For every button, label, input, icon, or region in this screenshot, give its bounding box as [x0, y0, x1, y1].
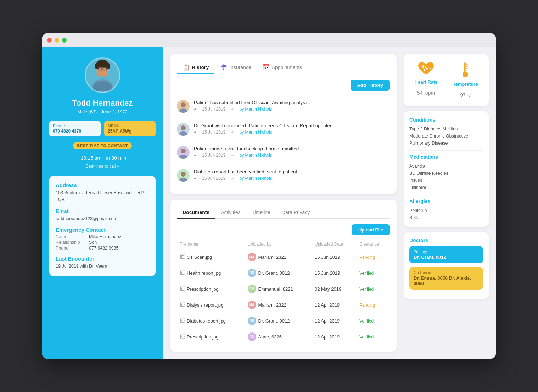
status-badge: Pending — [359, 303, 375, 308]
divider2 — [409, 195, 483, 195]
file-icon: 🖼 — [180, 302, 185, 308]
tab-insurance[interactable]: ☂️ Insurance — [214, 61, 257, 74]
history-dot1: ● — [194, 176, 196, 181]
tab-timeline[interactable]: Timeline — [246, 207, 276, 219]
emer-rel-label: Relationship — [56, 240, 88, 245]
best-call-text[interactable]: Best time to call ▾ — [86, 164, 119, 169]
col-uploader: Uploaded by — [245, 240, 312, 249]
time-display: 10:15 am in 30 min — [79, 151, 126, 162]
divider1 — [409, 150, 483, 151]
allergies-title: Allergies — [409, 198, 483, 204]
mrn-label: MRN# — [108, 124, 152, 128]
table-row: 🖼 CT Scan.jpg MA Mariam, 2322 15 Jun 201… — [177, 249, 390, 265]
table-row: 🖼 Diabetes report.jpg DR Dr. Grant, 0012… — [177, 313, 390, 329]
best-time-badge: BEST TIME TO CONTACT — [73, 142, 132, 149]
history-text: Diabetes report has been verified, sent … — [194, 169, 390, 181]
tab-history[interactable]: 📋 History — [177, 61, 214, 74]
history-item: Diabetes report has been verified, sent … — [177, 164, 390, 187]
health-info-card: Conditions Type 2 Diabetes MellitusModer… — [404, 111, 489, 227]
allergy-item: Penicillin — [409, 207, 483, 214]
upload-file-button[interactable]: Upload File — [352, 224, 390, 235]
history-card: 📋 History ☂️ Insurance 📅 Appointments Ad… — [170, 54, 397, 194]
date-cell: 12 Apr 2019 — [312, 297, 357, 313]
table-row: 🖼 Prescription.jpg AN Anne, 6326 12 Apr … — [177, 329, 390, 345]
svg-point-14 — [179, 131, 187, 136]
main-tab-bar: 📋 History ☂️ Insurance 📅 Appointments — [177, 61, 390, 74]
history-message: Dr. Grant visit concluded. Patient needs… — [194, 123, 390, 128]
history-meta: ● 15 Jun 2019 ● by Martin Nichols — [194, 107, 390, 112]
svg-point-12 — [179, 108, 187, 113]
address-value: 103 Souterhead Road Lower Boscawell TR19… — [56, 190, 149, 203]
time-in: in 30 min — [106, 155, 126, 161]
avatar — [85, 57, 120, 93]
condition-item: Type 2 Diabetes Mellitus — [409, 125, 483, 133]
history-dot2: ● — [231, 107, 234, 112]
close-btn[interactable] — [47, 38, 52, 43]
history-avatar — [177, 123, 190, 136]
date-cell: 15 Jun 2019 — [312, 249, 357, 265]
temp-unit: c — [468, 92, 471, 98]
mrn-badge: MRN# 25AF-A5Wg — [104, 121, 156, 136]
thermometer-icon — [460, 61, 471, 79]
avatar-image — [86, 59, 118, 91]
maximize-btn[interactable] — [62, 38, 67, 43]
add-history-button[interactable]: Add History — [351, 80, 390, 91]
date-cell: 12 Apr 2019 — [312, 329, 357, 345]
doctors-card: Doctors Primary Dr. Grant, 0012 On Recor… — [404, 232, 489, 299]
table-row: 🖼 Prescription.jpg EM Emmanuel, 8221 02 … — [177, 281, 390, 297]
svg-rect-3 — [97, 68, 108, 76]
uploader-name: Emmanuel, 8221 — [258, 286, 293, 292]
file-name-cell: 🖼 Diabetes report.jpg — [177, 313, 245, 329]
uploader-container: AN Anne, 6326 — [248, 332, 309, 341]
status-badge: Verified — [359, 271, 374, 276]
emer-name-label: Name — [56, 234, 88, 239]
history-dot1: ● — [194, 107, 196, 112]
condition-item: Moderate Chronic Obstructive Pulmonary D… — [409, 133, 483, 147]
file-name-cell: 🖼 Health report.jpg — [177, 265, 245, 281]
heart-rate-label: Heart Rate — [415, 79, 438, 85]
file-name-text: Dialysis report.jpg — [187, 302, 223, 308]
date-cell: 12 Apr 2019 — [312, 313, 357, 329]
history-avatar — [177, 100, 190, 113]
svg-rect-21 — [465, 64, 466, 72]
uploader-container: MA Mariam, 2322 — [248, 301, 309, 309]
temp-section: Temprature 97 c — [453, 61, 478, 99]
tab-documents[interactable]: Documents — [177, 207, 215, 219]
uploader-avatar: AN — [248, 332, 256, 341]
history-date: 15 Jun 2019 — [202, 153, 225, 158]
history-author: by Martin Nichols — [240, 130, 272, 135]
conditions-list: Type 2 Diabetes MellitusModerate Chronic… — [409, 125, 483, 147]
heart-icon — [417, 61, 435, 77]
file-name-text: CT Scan.jpg — [187, 254, 212, 260]
svg-point-5 — [95, 63, 99, 69]
uploader-container: MA Mariam, 2322 — [248, 253, 309, 261]
history-date: 15 Jun 2019 — [202, 130, 225, 135]
tab-activities[interactable]: Activities — [215, 207, 246, 219]
conditions-title: Conditions — [409, 117, 483, 123]
table-row: 🖼 Health report.jpg DR Dr. Grant, 0012 1… — [177, 265, 390, 281]
svg-point-11 — [181, 102, 186, 107]
heart-rate-icon — [415, 61, 438, 78]
history-toolbar: Add History — [177, 80, 390, 95]
uploader-cell: DR Dr. Grant, 0012 — [245, 313, 312, 329]
tab-appointments[interactable]: 📅 Appointments — [257, 61, 308, 74]
minimize-btn[interactable] — [55, 38, 59, 43]
patient-name: Todd Hernandez — [72, 99, 133, 108]
avatar-icon — [177, 146, 190, 159]
medication-item: BD Ultrfine Needles — [409, 170, 483, 177]
history-dot1: ● — [194, 130, 196, 135]
history-meta: ● 15 Jun 2019 ● by Martin Nichols — [194, 176, 390, 181]
clearance-cell: Verified — [357, 265, 390, 281]
uploader-cell: MA Mariam, 2322 — [245, 297, 312, 313]
file-name-text: Prescription.jpg — [187, 286, 219, 292]
file-name-text: Prescription.jpg — [187, 334, 219, 340]
allergy-item: Sulfa — [409, 214, 483, 221]
file-name-cell: 🖼 CT Scan.jpg — [177, 249, 245, 265]
file-icon: 🖼 — [180, 286, 185, 292]
history-avatar — [177, 146, 190, 159]
uploader-cell: AN Anne, 6326 — [245, 329, 312, 345]
phone-badge[interactable]: Phone 070 4820 4376 — [49, 121, 101, 136]
appointments-tab-label: Appointments — [272, 65, 302, 70]
uploader-avatar: EM — [248, 285, 256, 293]
tab-data-privacy[interactable]: Data Privacy — [276, 207, 315, 219]
